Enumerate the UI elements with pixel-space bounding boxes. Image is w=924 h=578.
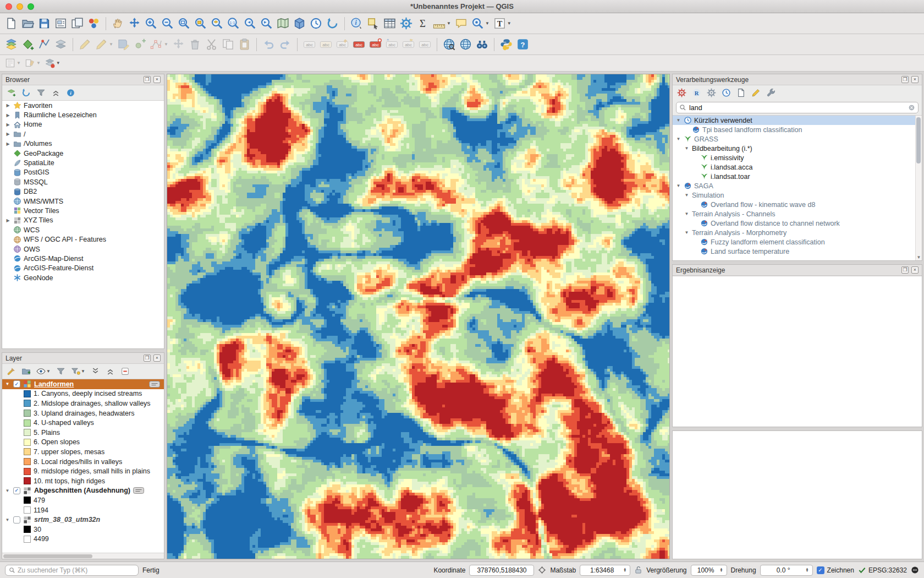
crs-indicator[interactable]: EPSG:32632 xyxy=(858,566,907,574)
filter-by-expression-button[interactable]: ▼ xyxy=(70,366,86,377)
new-map-view-button[interactable] xyxy=(275,15,291,31)
temporal-controller-button[interactable] xyxy=(308,15,324,31)
open-layer-styling-button[interactable] xyxy=(6,366,16,377)
chevron-down-icon[interactable]: ▼ xyxy=(4,517,10,522)
rotate-label-button[interactable]: abc xyxy=(400,36,416,52)
layer-item[interactable]: ▼✓Abgeschnitten (Ausdehnung) xyxy=(2,486,164,496)
float-panel-button[interactable]: ❐ xyxy=(901,266,909,274)
clear-search-icon[interactable] xyxy=(908,104,915,111)
chevron-right-icon[interactable]: ▶ xyxy=(5,122,11,127)
project-new-button[interactable] xyxy=(3,15,19,31)
zoom-to-layer-button[interactable] xyxy=(209,15,225,31)
browser-item[interactable]: ▶Räumliche Lesezeichen xyxy=(2,110,164,119)
measure-button[interactable]: ▼ xyxy=(431,15,453,31)
combo-arrows-icon[interactable]: ▲▼ xyxy=(623,568,626,572)
pan-to-selection-button[interactable] xyxy=(127,15,142,31)
minimize-button[interactable] xyxy=(16,3,23,10)
python-console-button[interactable] xyxy=(498,36,514,52)
browser-item[interactable]: OWS xyxy=(2,244,164,254)
coordinate-field[interactable]: 378760,5188430 xyxy=(469,565,534,576)
chevron-right-icon[interactable]: ▶ xyxy=(5,218,11,223)
geocoder-button[interactable] xyxy=(458,36,474,52)
layer-checkbox[interactable]: ✓ xyxy=(13,487,20,494)
locator-input[interactable] xyxy=(18,566,135,574)
algorithm-tree-item[interactable]: Fuzzy landform element classification xyxy=(673,237,922,247)
project-save-button[interactable] xyxy=(36,15,52,31)
layer-item[interactable]: ▼srtm_38_03_utm32n xyxy=(2,515,164,525)
options-button[interactable] xyxy=(766,88,776,98)
locator-search[interactable] xyxy=(5,565,139,576)
filter-legend-button[interactable] xyxy=(56,366,66,377)
new-virtual-layer-button[interactable] xyxy=(53,36,69,52)
render-checkbox[interactable]: ✓ Zeichnen xyxy=(817,566,854,574)
processing-scrollbar[interactable]: ▼ xyxy=(915,116,922,260)
new-geopackage-layer-button[interactable] xyxy=(20,36,36,52)
layer-checkbox[interactable]: ✓ xyxy=(13,380,20,388)
osm-place-search-button[interactable]: ▼ xyxy=(470,15,491,31)
chevron-right-icon[interactable]: ▶ xyxy=(5,113,11,118)
add-selected-layers-button[interactable] xyxy=(6,88,16,98)
vertex-tool-button[interactable]: ▼ xyxy=(148,36,170,52)
log-messages-button[interactable] xyxy=(911,566,919,574)
algorithm-tree-item[interactable]: ▼GRASS xyxy=(673,134,922,144)
save-layer-edits-button[interactable] xyxy=(116,36,131,52)
map-tips-button[interactable] xyxy=(453,15,469,31)
algorithm-tree-item[interactable]: Overland flow - kinematic wave d8 xyxy=(673,200,922,209)
chevron-right-icon[interactable]: ▶ xyxy=(5,103,11,108)
close-panel-button[interactable]: × xyxy=(153,76,161,83)
float-panel-button[interactable]: ❐ xyxy=(144,355,151,362)
refresh-browser-button[interactable] xyxy=(21,88,31,98)
show-hidden-labels-button[interactable]: abc xyxy=(367,36,383,52)
browser-item[interactable]: PostGIS xyxy=(2,168,164,177)
history-button[interactable] xyxy=(721,88,732,98)
layer-diagram-options-button[interactable]: abc xyxy=(318,36,334,52)
browser-item[interactable]: Vector Tiles xyxy=(2,206,164,215)
layer-filter-button[interactable]: ▼ xyxy=(43,56,62,70)
zoom-to-selection-button[interactable] xyxy=(193,15,208,31)
browser-item[interactable]: ArcGIS-Feature-Dienst xyxy=(2,264,164,273)
chevron-down-icon[interactable]: ▼ xyxy=(675,118,681,123)
browser-item[interactable]: GeoPackage xyxy=(2,149,164,158)
zoom-last-button[interactable] xyxy=(242,15,258,31)
extent-toggle-icon[interactable] xyxy=(538,566,546,574)
rotation-spinbox[interactable]: 0.0 ° ▲▼ xyxy=(760,565,813,576)
map-canvas-area[interactable] xyxy=(167,74,670,559)
float-panel-button[interactable]: ❐ xyxy=(144,76,151,83)
scroll-down-arrow-icon[interactable]: ▼ xyxy=(916,255,922,260)
collapse-all-layers-button[interactable] xyxy=(105,366,116,377)
toggle-editing-button[interactable] xyxy=(77,36,93,52)
move-feature-button[interactable] xyxy=(170,36,186,52)
chevron-down-icon[interactable]: ▼ xyxy=(684,146,690,151)
browser-item[interactable]: WCS xyxy=(2,225,164,235)
add-group-button[interactable] xyxy=(21,366,31,377)
layout-manager-button[interactable] xyxy=(69,15,85,31)
zoom-in-button[interactable] xyxy=(143,15,159,31)
close-button[interactable] xyxy=(6,3,12,10)
zoom-next-button[interactable] xyxy=(258,15,274,31)
algorithm-tree-item[interactable]: Overland flow distance to channel networ… xyxy=(673,219,922,228)
data-source-manager-button[interactable] xyxy=(3,36,19,52)
style-manager-button[interactable] xyxy=(86,15,102,31)
algorithm-tree-item[interactable]: ▼Bildbearbeitung (i.*) xyxy=(673,144,922,153)
models-button[interactable] xyxy=(676,88,687,98)
current-edits-button[interactable]: ▼ xyxy=(94,36,115,52)
algorithm-tree-item[interactable]: Land surface temperature xyxy=(673,247,922,256)
browser-item[interactable]: DB2 xyxy=(2,187,164,197)
refresh-map-button[interactable] xyxy=(324,15,340,31)
chevron-down-icon[interactable]: ▼ xyxy=(4,488,10,493)
layer-checkbox[interactable] xyxy=(13,516,20,524)
manage-map-themes-button[interactable]: ▼ xyxy=(36,366,51,377)
scrollbar-thumb[interactable] xyxy=(3,554,92,558)
add-feature-button[interactable] xyxy=(132,36,148,52)
algorithm-tree-item[interactable]: ▼Kürzlich verwendet xyxy=(673,116,922,125)
zoom-native-button[interactable]: 1:1 xyxy=(226,15,241,31)
move-label-button[interactable]: abc xyxy=(384,36,400,52)
float-panel-button[interactable]: ❐ xyxy=(901,76,909,83)
close-panel-button[interactable]: × xyxy=(911,76,919,83)
browser-properties-button[interactable]: i xyxy=(65,88,76,98)
chevron-down-icon[interactable]: ▼ xyxy=(4,381,10,386)
scripts-button[interactable] xyxy=(706,88,717,98)
algorithm-tree-item[interactable]: i.landsat.toar xyxy=(673,172,922,181)
browser-item[interactable]: ▶XYZ Tiles xyxy=(2,216,164,225)
new-shapefile-layer-button[interactable] xyxy=(36,36,52,52)
